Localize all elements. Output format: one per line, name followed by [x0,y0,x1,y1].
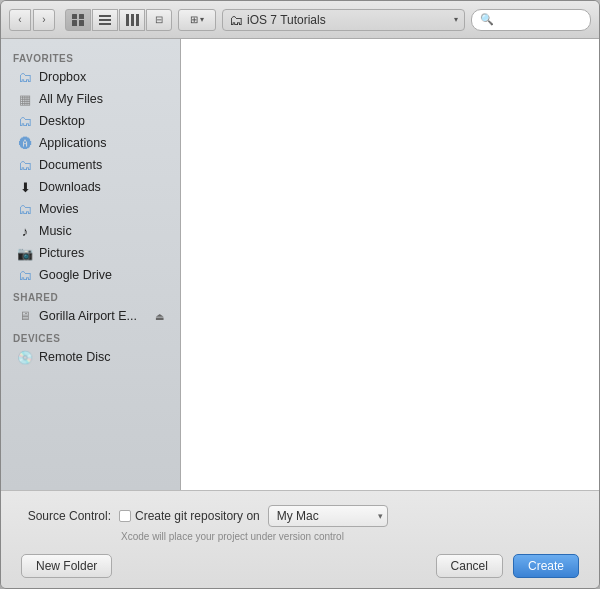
folder-icon: 🗂 [229,12,243,28]
search-icon: 🔍 [480,13,494,26]
search-box[interactable]: 🔍 [471,9,591,31]
sidebar-item-music[interactable]: ♪ Music [5,220,176,242]
shared-section-label: SHARED [1,286,180,305]
sidebar-item-applications[interactable]: 🅐 Applications [5,132,176,154]
view-buttons: ⊟ [65,9,172,31]
sidebar-item-documents[interactable]: 🗂 Documents [5,154,176,176]
sidebar-item-label: All My Files [39,92,164,106]
sidebar-item-google-drive[interactable]: 🗂 Google Drive [5,264,176,286]
sidebar-item-pictures[interactable]: 📷 Pictures [5,242,176,264]
sidebar-item-label: Remote Disc [39,350,164,364]
grid-icon [72,14,84,26]
sidebar: FAVORITES 🗂 Dropbox ▦ All My Files 🗂 Des… [1,39,181,490]
sidebar-item-movies[interactable]: 🗂 Movies [5,198,176,220]
folder-icon: 🗂 [17,201,33,217]
mac-select[interactable]: My Mac [268,505,388,527]
all-files-icon: ▦ [17,91,33,107]
nav-buttons: ‹ › [9,9,55,31]
git-checkbox[interactable] [119,510,131,522]
location-chevron-icon: ▾ [454,15,458,24]
sidebar-item-remote-disc[interactable]: 💿 Remote Disc [5,346,176,368]
favorites-section-label: FAVORITES [1,47,180,66]
location-label: iOS 7 Tutorials [247,13,326,27]
arrange-chevron-icon: ▾ [200,15,204,24]
back-button[interactable]: ‹ [9,9,31,31]
button-row: New Folder Cancel Create [21,554,579,578]
sidebar-item-label: Desktop [39,114,164,128]
view-columns-button[interactable] [119,9,145,31]
sidebar-item-label: Dropbox [39,70,164,84]
main-area: FAVORITES 🗂 Dropbox ▦ All My Files 🗂 Des… [1,39,599,490]
sidebar-item-label: Music [39,224,164,238]
disc-icon: 💿 [17,349,33,365]
file-area [181,39,599,490]
sidebar-item-dropbox[interactable]: 🗂 Dropbox [5,66,176,88]
toolbar: ‹ › [1,1,599,39]
bottom-panel: Source Control: Create git repository on… [1,490,599,588]
source-control-label: Source Control: [21,509,111,523]
new-folder-button[interactable]: New Folder [21,554,112,578]
sidebar-item-gorilla-airport[interactable]: 🖥 Gorilla Airport E... ⏏ [5,305,176,327]
sidebar-item-all-my-files[interactable]: ▦ All My Files [5,88,176,110]
source-control-row: Source Control: Create git repository on… [21,505,579,527]
forward-button[interactable]: › [33,9,55,31]
sidebar-item-label: Gorilla Airport E... [39,309,149,323]
sidebar-item-label: Pictures [39,246,164,260]
columns-icon [126,14,139,26]
mac-select-wrapper: My Mac ▾ [268,505,388,527]
location-bar[interactable]: 🗂 iOS 7 Tutorials ▾ [222,9,465,31]
hint-text: Xcode will place your project under vers… [121,531,579,542]
finder-window: ‹ › [0,0,600,589]
arrange-button[interactable]: ⊞ ▾ [178,9,216,31]
applications-icon: 🅐 [17,135,33,151]
downloads-icon: ⬇ [17,179,33,195]
devices-section-label: DEVICES [1,327,180,346]
cancel-button[interactable]: Cancel [436,554,503,578]
sidebar-item-label: Downloads [39,180,164,194]
eject-icon[interactable]: ⏏ [155,311,164,322]
sidebar-item-label: Applications [39,136,164,150]
sidebar-item-label: Documents [39,158,164,172]
folder-icon: 🗂 [17,267,33,283]
sidebar-item-label: Movies [39,202,164,216]
action-buttons: Cancel Create [436,554,579,578]
shared-icon: 🖥 [17,308,33,324]
view-cover-button[interactable]: ⊟ [146,9,172,31]
pictures-icon: 📷 [17,245,33,261]
sidebar-item-downloads[interactable]: ⬇ Downloads [5,176,176,198]
music-icon: ♪ [17,223,33,239]
view-list-button[interactable] [92,9,118,31]
sidebar-item-label: Google Drive [39,268,164,282]
view-icon-button[interactable] [65,9,91,31]
folder-icon: 🗂 [17,69,33,85]
sidebar-item-desktop[interactable]: 🗂 Desktop [5,110,176,132]
folder-icon: 🗂 [17,113,33,129]
create-button[interactable]: Create [513,554,579,578]
folder-icon: 🗂 [17,157,33,173]
checkbox-label: Create git repository on [135,509,260,523]
arrange-icon: ⊞ [190,14,198,25]
list-icon [99,15,111,25]
checkbox-wrap: Create git repository on [119,509,260,523]
